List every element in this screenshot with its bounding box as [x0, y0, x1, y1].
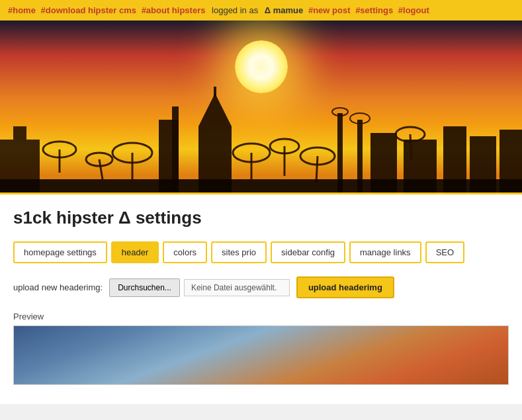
- browse-button[interactable]: Durchsuchen...: [109, 278, 180, 297]
- nav-link-settings[interactable]: #settings: [355, 5, 393, 15]
- tab-manage-links[interactable]: manage links: [349, 241, 421, 263]
- hero-image: [0, 21, 522, 192]
- nav-logged-in-text: logged in as: [209, 5, 260, 15]
- nav-separator: [37, 5, 40, 15]
- svg-line-18: [316, 156, 318, 183]
- nav-link-home[interactable]: #home: [8, 5, 36, 15]
- main-content: s1ck hipster Δ settings homepage setting…: [0, 192, 522, 404]
- title-prefix: s1ck hipster: [13, 208, 114, 228]
- preview-section: Preview: [13, 312, 509, 385]
- tab-sidebar-config[interactable]: sidebar config: [271, 241, 345, 263]
- file-input-container: Durchsuchen... Keine Datei ausgewählt.: [109, 278, 290, 297]
- svg-line-29: [410, 134, 412, 159]
- tab-colors[interactable]: colors: [163, 241, 207, 263]
- nav-link-about[interactable]: #about hipsters: [142, 5, 206, 15]
- tab-homepage-settings[interactable]: homepage settings: [13, 241, 107, 263]
- svg-rect-1: [13, 126, 26, 140]
- tab-header[interactable]: header: [111, 241, 159, 263]
- nav-separator: [304, 5, 307, 15]
- nav-link-download[interactable]: #download hipster cms: [41, 5, 136, 15]
- sun-graphic: [235, 40, 288, 93]
- tab-seo[interactable]: SEO: [425, 241, 464, 263]
- nav-link-new-post[interactable]: #new post: [308, 5, 351, 15]
- svg-rect-12: [214, 87, 216, 97]
- svg-rect-30: [0, 179, 522, 192]
- no-file-selected-text: Keine Datei ausgewählt.: [184, 279, 290, 296]
- settings-tabs: homepage settings header colors sites pr…: [13, 241, 509, 263]
- upload-row: upload new headerimg: Durchsuchen... Kei…: [13, 276, 509, 298]
- svg-marker-11: [198, 93, 232, 126]
- preview-image: [13, 325, 509, 385]
- upload-label: upload new headerimg:: [13, 282, 103, 292]
- nav-separator: [394, 5, 397, 15]
- tab-sites-prio[interactable]: sites prio: [211, 241, 267, 263]
- delta-icon: Δ: [118, 208, 136, 228]
- top-nav: #home #download hipster cms #about hipst…: [0, 0, 522, 21]
- upload-headerimg-button[interactable]: upload headerimg: [296, 276, 394, 298]
- nav-username: Δ mamue: [265, 5, 303, 15]
- nav-separator: [138, 5, 140, 15]
- preview-sky-graphic: [14, 326, 508, 384]
- preview-label: Preview: [13, 312, 509, 321]
- skyline-graphic: [0, 87, 522, 192]
- svg-line-5: [99, 159, 103, 179]
- nav-link-logout[interactable]: #logout: [398, 5, 429, 15]
- title-suffix: settings: [136, 208, 202, 228]
- nav-separator: [352, 5, 355, 15]
- page-title: s1ck hipster Δ settings: [13, 208, 509, 228]
